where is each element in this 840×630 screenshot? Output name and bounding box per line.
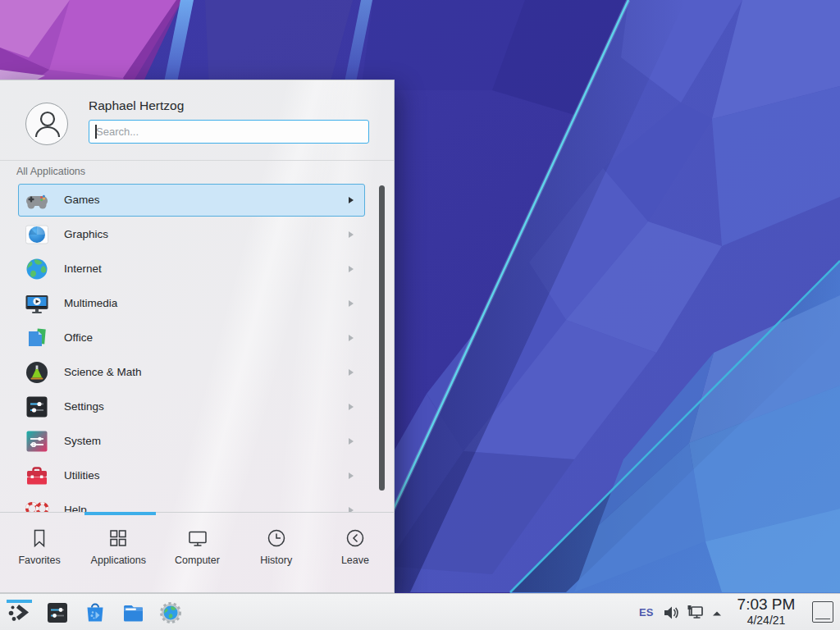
section-label: All Applications [16,166,85,177]
category-row-science-math[interactable]: Science & Math [0,355,395,390]
text-caret [95,125,97,139]
volume-button[interactable] [663,605,679,624]
user-avatar[interactable] [25,103,68,145]
science-flask-icon [24,359,50,386]
expand-tray-button[interactable] [710,607,724,623]
multimedia-icon [24,290,50,317]
system-settings-button[interactable] [44,600,71,626]
favorites-bookmark-icon [28,527,51,550]
file-manager-button[interactable] [120,600,146,626]
digital-clock[interactable]: 7:03 PM 4/24/21 [729,595,803,628]
list-scrollbar[interactable] [379,185,385,491]
tab-applications[interactable]: Applications [79,513,158,594]
taskbar-panel: ES 7:03 PM 4/24/21 [0,593,840,630]
settings-sliders-icon [24,394,50,420]
category-label: Graphics [64,228,108,240]
tab-label: History [260,555,292,566]
category-label: Office [64,331,93,344]
category-row-office[interactable]: Office [0,321,395,355]
internet-globe-icon [24,256,50,282]
application-launcher-button[interactable] [6,600,32,626]
search-input[interactable] [89,120,369,144]
globe-gear-icon [158,600,183,625]
tab-label: Applications [91,555,146,566]
history-clock-icon [265,527,288,550]
category-row-help[interactable]: Help [0,493,395,512]
utilities-toolbox-icon [24,463,50,489]
discover-bag-icon [83,600,107,625]
user-name: Raphael Hertzog [89,98,184,113]
leave-icon [344,527,367,550]
category-label: Settings [64,400,104,413]
kickoff-icon [7,600,31,625]
category-label: Games [64,194,100,206]
speaker-icon [663,605,679,621]
tab-label: Favorites [18,555,60,566]
category-label: Multimedia [64,297,117,309]
category-row-games[interactable]: Games [0,183,395,217]
chevron-right-icon [349,438,354,445]
show-desktop-button[interactable] [812,601,833,623]
computer-monitor-icon [186,527,209,550]
dolphin-folder-icon [121,600,145,625]
category-row-multimedia[interactable]: Multimedia [0,286,395,321]
clock-time: 7:03 PM [729,595,803,614]
chevron-right-icon [349,369,354,376]
desktop: Raphael Hertzog All Applications Games [0,0,840,630]
application-launcher-popup: Raphael Hertzog All Applications Games [0,80,395,593]
category-label: Utilities [64,469,100,482]
chevron-right-icon [349,472,354,479]
help-lifebuoy-icon [24,497,50,512]
system-icon [24,428,50,454]
system-settings-icon [45,600,70,625]
wired-network-icon [687,604,705,622]
tab-label: Computer [175,555,220,566]
games-icon [24,187,50,213]
category-row-internet[interactable]: Internet [0,252,395,286]
category-label: Internet [64,262,102,275]
header-separator [0,160,394,161]
chevron-right-icon [349,404,354,410]
graphics-icon [24,221,50,248]
category-row-settings[interactable]: Settings [0,390,395,424]
category-row-graphics[interactable]: Graphics [0,217,395,252]
office-icon [24,325,50,351]
category-label: Help [64,504,87,512]
tab-computer[interactable]: Computer [158,513,236,594]
category-row-system[interactable]: System [0,424,395,459]
tab-label: Leave [341,555,369,566]
category-label: Science & Math [64,366,142,378]
chevron-right-icon [349,197,354,203]
search-field-wrap [89,120,369,144]
chevron-right-icon [349,300,354,307]
chevron-right-icon [349,231,354,238]
active-task-indicator [7,600,32,603]
tab-leave[interactable]: Leave [316,513,395,594]
caret-up-icon [710,607,724,620]
discover-button[interactable] [82,600,108,626]
clock-date: 4/24/21 [729,614,803,628]
applications-grid-icon [107,527,130,550]
keyboard-layout-indicator[interactable]: ES [639,606,653,619]
chevron-right-icon [349,266,354,272]
tab-favorites[interactable]: Favorites [0,513,79,594]
category-label: System [64,435,101,447]
chevron-right-icon [349,335,354,341]
network-button[interactable] [687,604,705,625]
category-list: Games Graphics Internet [0,183,395,512]
category-row-utilities[interactable]: Utilities [0,459,395,493]
tab-history[interactable]: History [237,513,316,594]
launcher-tab-bar: Favorites Applications Computer [0,512,395,594]
web-browser-button[interactable] [158,600,184,626]
active-tab-indicator [84,512,156,515]
